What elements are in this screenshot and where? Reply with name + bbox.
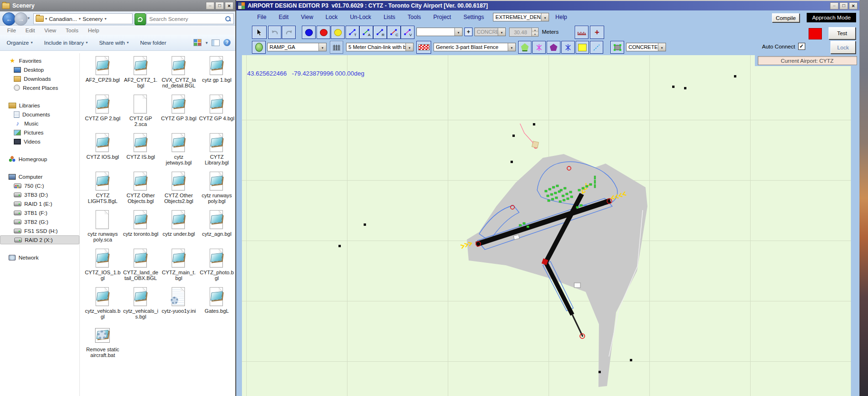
add-pattern-button[interactable] xyxy=(464,28,473,36)
history-dropdown-icon[interactable] xyxy=(28,16,30,20)
menu-item[interactable]: Edit xyxy=(272,14,295,20)
file-item[interactable]: CYTZ Library.bgl xyxy=(198,133,236,165)
close-button[interactable] xyxy=(849,2,858,10)
file-item[interactable]: CYTZ_photo.bgl xyxy=(198,249,236,281)
help-icon[interactable] xyxy=(223,39,231,46)
file-item[interactable]: cytz gp 1.bgl xyxy=(198,56,236,88)
undo-button[interactable] xyxy=(268,26,281,39)
add-point-button[interactable] xyxy=(590,26,604,39)
sidebar-item[interactable]: FS1 SSD (H:) xyxy=(0,226,79,235)
measure-tool-button[interactable] xyxy=(575,26,588,39)
change-view-icon[interactable] xyxy=(193,39,202,46)
test-button[interactable]: Test xyxy=(829,27,856,39)
command-bar-item[interactable]: Include in library xyxy=(39,40,94,46)
file-item[interactable]: cytz_vehicals_is.bgl xyxy=(122,287,160,319)
sidebar-item[interactable]: Desktop xyxy=(0,65,79,74)
file-item[interactable]: CYTZ IS.bgl xyxy=(122,133,160,165)
minimize-button[interactable] xyxy=(830,2,839,10)
file-item[interactable]: CYTZ LIGHTS.BgL xyxy=(84,172,122,204)
sidebar-item[interactable]: 3TB2 (G:) xyxy=(0,217,79,226)
sidebar-item[interactable]: Computer xyxy=(0,172,79,181)
density-select[interactable]: EXTREMELY_DENSE xyxy=(493,13,549,21)
sidebar-item[interactable]: Recent Places xyxy=(0,83,79,92)
start-position-tool-button[interactable] xyxy=(252,41,266,54)
map-canvas[interactable]: 43.625622466 -79.423879996 000.00deg xyxy=(242,55,851,396)
file-item[interactable]: cytz-yuoo1y.ini xyxy=(160,287,198,319)
grid-tool-button[interactable] xyxy=(330,41,343,54)
sidebar-item[interactable]: 750 (C:) xyxy=(0,181,79,190)
sidebar-item[interactable]: Downloads xyxy=(0,74,79,83)
file-item[interactable]: CVX_CYTZ_land_detail.BGL xyxy=(160,56,198,88)
approach-mode-button[interactable]: Approach Mode xyxy=(807,13,856,22)
sidebar-item[interactable]: RAID 1 (E:) xyxy=(0,199,79,208)
file-item[interactable]: CYTZ IOS.bgl xyxy=(84,133,122,165)
file-item[interactable]: CYTZ_IOS_1.bgl xyxy=(84,249,122,281)
pavement-tool-button[interactable] xyxy=(518,41,531,54)
jetway-tool-button[interactable] xyxy=(532,41,546,54)
menu-item[interactable]: Lists xyxy=(377,14,402,20)
file-item[interactable]: CYTZ GP 4.bgl xyxy=(198,95,236,127)
menu-item[interactable]: File xyxy=(0,28,21,33)
menu-item[interactable]: Un-Lock xyxy=(344,14,377,20)
menu-item[interactable]: Project xyxy=(427,14,457,20)
apron-tool-button[interactable] xyxy=(576,41,589,54)
file-item[interactable]: cytz jetways.bgl xyxy=(160,133,198,165)
spinner-buttons[interactable]: ▲▼ xyxy=(531,28,538,36)
menu-item[interactable]: File xyxy=(251,14,272,20)
boundary-tool-button[interactable] xyxy=(590,41,603,54)
maximize-button[interactable] xyxy=(839,2,848,10)
link-tool-button[interactable]: A xyxy=(359,26,373,39)
blue-point-tool-button[interactable] xyxy=(302,26,316,39)
file-item[interactable]: CYTZ GP 2.bgl xyxy=(84,95,122,127)
object-tool-button[interactable] xyxy=(547,41,560,54)
compile-button[interactable]: Compile xyxy=(772,13,800,22)
file-item[interactable]: cytz toronto.bgl xyxy=(122,210,160,242)
link-tool-button[interactable]: R xyxy=(373,26,387,39)
command-bar-item[interactable]: Organize xyxy=(0,40,39,46)
file-item[interactable]: CYTZ_main_t.bgl xyxy=(160,249,198,281)
search-icon[interactable] xyxy=(225,16,231,22)
auto-connect-checkbox[interactable] xyxy=(798,43,805,50)
blast-fence-select[interactable]: Generic 3-part Blast Fence xyxy=(434,43,516,51)
preview-pane-icon[interactable] xyxy=(212,39,220,46)
file-item[interactable]: cytz runways poly.sca xyxy=(84,210,122,242)
file-item[interactable]: CYTZ GP 2.sca xyxy=(122,95,160,127)
fence-type-select[interactable]: 5 Meter Chain-link with be xyxy=(346,43,414,51)
sidebar-item[interactable]: Network xyxy=(0,253,79,262)
sidebar-item[interactable]: Music xyxy=(0,119,79,128)
menu-item-help[interactable]: Help xyxy=(549,14,573,20)
file-item[interactable]: CYTZ Other Objects.bgl xyxy=(122,172,160,204)
polygon-surface-select[interactable]: CONCRETE xyxy=(626,43,666,51)
sidebar-item[interactable]: 3TB1 (F:) xyxy=(0,208,79,217)
sidebar-item[interactable]: 3TB3 (D:) xyxy=(0,190,79,199)
yellow-point-tool-button[interactable] xyxy=(331,26,345,39)
file-item[interactable]: Gates.bgL xyxy=(198,287,236,319)
sidebar-item[interactable]: Documents xyxy=(0,110,79,119)
blast-fence-tool-button[interactable] xyxy=(416,41,431,54)
forward-button[interactable] xyxy=(14,12,28,26)
menu-item[interactable]: View xyxy=(39,28,61,33)
airport-map-svg[interactable] xyxy=(242,55,851,396)
back-button[interactable] xyxy=(2,12,16,26)
file-item[interactable]: Remove static aircraft.bat xyxy=(84,326,122,358)
file-item[interactable]: cytz runways poly.bgl xyxy=(198,172,236,204)
dropdown-button[interactable] xyxy=(405,43,413,51)
address-caret-icon[interactable] xyxy=(79,17,81,21)
menu-item[interactable]: Tools xyxy=(61,28,83,33)
minimize-button[interactable] xyxy=(206,2,214,10)
file-item[interactable]: AF2_CYTZ_1.bgl xyxy=(122,56,160,88)
windsock-tool-button[interactable] xyxy=(561,41,575,54)
breadcrumb-segment[interactable]: Scenery xyxy=(83,16,103,22)
menu-item[interactable]: Help xyxy=(83,28,104,33)
search-input[interactable] xyxy=(147,16,225,22)
menu-item[interactable]: Edit xyxy=(21,28,40,33)
dropdown-button[interactable] xyxy=(541,13,549,21)
close-button[interactable] xyxy=(225,2,233,10)
file-item[interactable]: cytz_vehicals.bgl xyxy=(84,287,122,319)
link-tool-button[interactable]: C xyxy=(387,26,401,39)
link-tool-button[interactable]: V xyxy=(401,26,415,39)
command-bar-item[interactable]: Share with xyxy=(93,40,134,46)
dropdown-button[interactable] xyxy=(454,28,462,36)
sidebar-item[interactable]: Videos xyxy=(0,137,79,146)
file-item[interactable]: cytz under.bgl xyxy=(160,210,198,242)
